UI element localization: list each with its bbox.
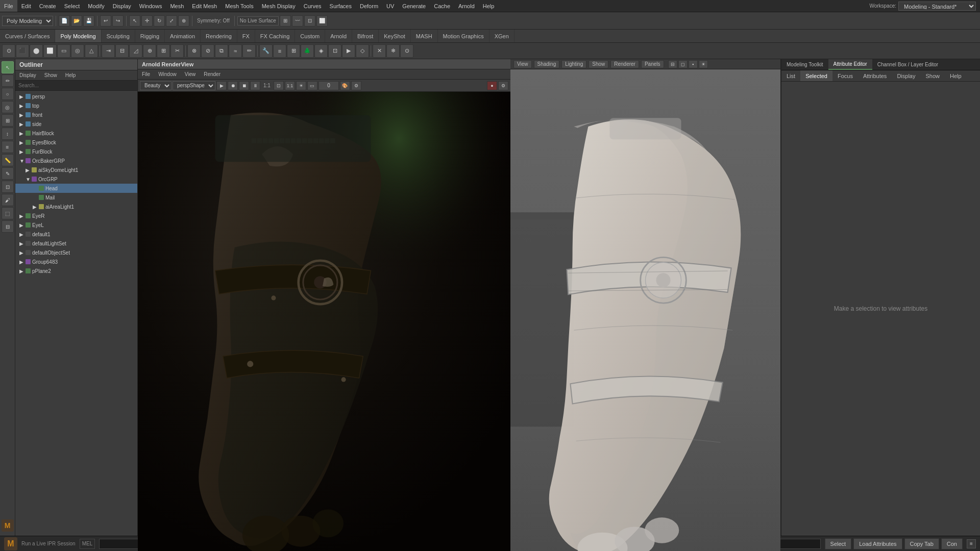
tab-arnold[interactable]: Arnold [325, 30, 352, 42]
tree-item-furblock[interactable]: ▶ FurBlock [15, 147, 137, 156]
vp-show-btn[interactable]: Show [589, 60, 608, 68]
tree-item-eyesblock[interactable]: ▶ EyesBlock [15, 138, 137, 147]
vp-renderer-btn[interactable]: Renderer [610, 60, 639, 68]
render-view-icon-btn[interactable]: ▶ [342, 44, 355, 58]
menu-item-surfaces[interactable]: Surfaces [326, 0, 356, 12]
load-attributes-btn[interactable]: Load Attributes [853, 538, 902, 549]
color-management-btn[interactable]: 🎨 [340, 81, 350, 90]
menu-item-cache[interactable]: Cache [430, 0, 454, 12]
outliner-tab-show[interactable]: Show [40, 70, 61, 80]
torus-icon-btn[interactable]: ◎ [71, 44, 84, 58]
save-scene-btn[interactable]: 💾 [83, 15, 94, 27]
select-tool[interactable]: ↖ [2, 61, 14, 73]
loop-cut-icon-btn[interactable]: ⊞ [157, 44, 170, 58]
ipr-btn[interactable]: ⏺ [228, 81, 238, 90]
select-tool-btn[interactable]: ↖ [129, 15, 140, 27]
outliner-search-input[interactable] [15, 81, 137, 91]
component-editor-tool[interactable]: ⊡ [2, 181, 14, 193]
3d-viewport[interactable]: X Y Z persp [510, 69, 780, 551]
extrude-icon-btn[interactable]: ⇥ [102, 44, 115, 58]
plane-icon-btn[interactable]: ▭ [57, 44, 70, 58]
vp-shading-btn[interactable]: Shading [534, 60, 560, 68]
bend-tool[interactable]: ↕ [2, 128, 14, 140]
rp-subtab-list[interactable]: List [781, 70, 800, 81]
vp-lighting-btn[interactable]: Lighting [561, 60, 586, 68]
tab-rigging[interactable]: Rigging [135, 30, 165, 42]
tab-rendering[interactable]: Rendering [201, 30, 237, 42]
tab-xgen[interactable]: XGen [489, 30, 514, 42]
cube-icon-btn[interactable]: ⬛ [16, 44, 29, 58]
tab-bifrost[interactable]: Bifrost [352, 30, 379, 42]
vp-view-btn[interactable]: View [513, 60, 532, 68]
menu-item-deform[interactable]: Deform [356, 0, 382, 12]
menu-item-mesh[interactable]: Mesh [166, 0, 188, 12]
tree-item-mail[interactable]: Mail [15, 193, 137, 202]
rp-tab-channel-box[interactable]: Channel Box / Layer Editor [872, 59, 944, 70]
sculpt-tool[interactable]: ○ [2, 88, 14, 100]
menu-item-windows[interactable]: Windows [135, 0, 166, 12]
channel-box-icon-btn[interactable]: ⊞ [287, 44, 300, 58]
soft-mod-tool[interactable]: ◎ [2, 101, 14, 113]
hypershade-icon-btn[interactable]: ◇ [356, 44, 369, 58]
menu-item-mesh-tools[interactable]: Mesh Tools [221, 0, 257, 12]
bridge-icon-btn[interactable]: ⊟ [115, 44, 129, 58]
tree-item-aiskydomelight[interactable]: ▶ aiSkyDomeLight1 [15, 165, 137, 174]
annotate-tool[interactable]: ✎ [2, 167, 14, 180]
menu-item-help[interactable]: Help [479, 0, 499, 12]
tab-poly-modeling[interactable]: Poly Modeling [55, 30, 101, 42]
beauty-dropdown[interactable]: Beauty [140, 81, 172, 90]
render-btn[interactable]: ▶ [216, 81, 227, 90]
rp-tab-attribute-editor[interactable]: Attribute Editor [828, 59, 872, 70]
tree-item-hairblock[interactable]: ▶ HairBlock [15, 129, 137, 138]
redo-btn[interactable]: ↪ [112, 15, 124, 27]
region-btn[interactable]: ▭ [307, 81, 317, 90]
select-icon-btn[interactable]: ⊙ [2, 44, 15, 58]
tree-item-group6483[interactable]: ▶ Group6483 [15, 257, 137, 266]
scale-tool-btn[interactable]: ⤢ [166, 15, 177, 27]
modeling-toolkit-icon-btn[interactable]: 🔧 [259, 44, 273, 58]
node-editor-icon-btn[interactable]: ◈ [314, 44, 328, 58]
outliner-icon-btn[interactable]: 🌲 [301, 44, 314, 58]
bevel-icon-btn[interactable]: ◿ [129, 44, 142, 58]
smooth-icon-btn[interactable]: ≈ [229, 44, 242, 58]
tree-item-eyer[interactable]: ▶ EyeR [15, 211, 137, 220]
menu-item-generate[interactable]: Generate [398, 0, 430, 12]
tab-fx[interactable]: FX [237, 30, 255, 42]
vp-panels-btn[interactable]: Panels [641, 60, 664, 68]
mode-dropdown[interactable]: Poly Modeling [2, 16, 53, 26]
menu-item-modify[interactable]: Modify [84, 0, 108, 12]
rp-subtab-show[interactable]: Show [920, 70, 945, 81]
paint-weights-tool[interactable]: 🖌 [2, 194, 14, 206]
tab-animation[interactable]: Animation [165, 30, 201, 42]
render-red-btn[interactable]: ● [487, 81, 497, 90]
multi-cut-icon-btn[interactable]: ✂ [170, 44, 184, 58]
sphere-icon-btn[interactable]: ⬤ [30, 44, 43, 58]
rotate-tool-btn[interactable]: ↻ [154, 15, 165, 27]
universal-tool-btn[interactable]: ⊕ [178, 15, 189, 27]
snap-point-btn[interactable]: ⊡ [304, 15, 315, 27]
duplicate-icon-btn[interactable]: ⧉ [215, 44, 228, 58]
arnold-menu-window[interactable]: Window [154, 69, 181, 79]
tab-custom[interactable]: Custom [295, 30, 325, 42]
tab-fx-caching[interactable]: FX Caching [255, 30, 295, 42]
tree-item-pplane2[interactable]: ▶ pPlane2 [15, 266, 137, 276]
uv-editor-icon-btn[interactable]: ⊡ [328, 44, 341, 58]
tree-item-eyel[interactable]: ▶ EyeL [15, 220, 137, 230]
exposure-btn[interactable]: ☀ [296, 81, 306, 90]
rp-tab-modeling-toolkit[interactable]: Modeling Toolkit [781, 59, 828, 70]
new-scene-btn[interactable]: 📄 [59, 15, 70, 27]
snap-grid-btn[interactable]: ⊞ [280, 15, 291, 27]
rp-subtab-display[interactable]: Display [892, 70, 920, 81]
stop-btn[interactable]: ⏹ [239, 81, 249, 90]
zoom-100-btn[interactable]: 1:1 [285, 81, 295, 90]
tree-item-defaultobjectset[interactable]: ▶ defaultObjectSet [15, 248, 137, 257]
vp-icon-texture[interactable]: ▪ [689, 60, 698, 68]
menu-item-edit-mesh[interactable]: Edit Mesh [188, 0, 221, 12]
open-scene-btn[interactable]: 📂 [71, 15, 82, 27]
cone-icon-btn[interactable]: △ [85, 44, 98, 58]
rp-subtab-attributes[interactable]: Attributes [858, 70, 892, 81]
con-btn[interactable]: Con [941, 538, 963, 549]
snap-curve-btn[interactable]: 〰 [292, 15, 303, 27]
combine-icon-btn[interactable]: ⊗ [187, 44, 201, 58]
menu-item-file[interactable]: File [0, 0, 17, 12]
